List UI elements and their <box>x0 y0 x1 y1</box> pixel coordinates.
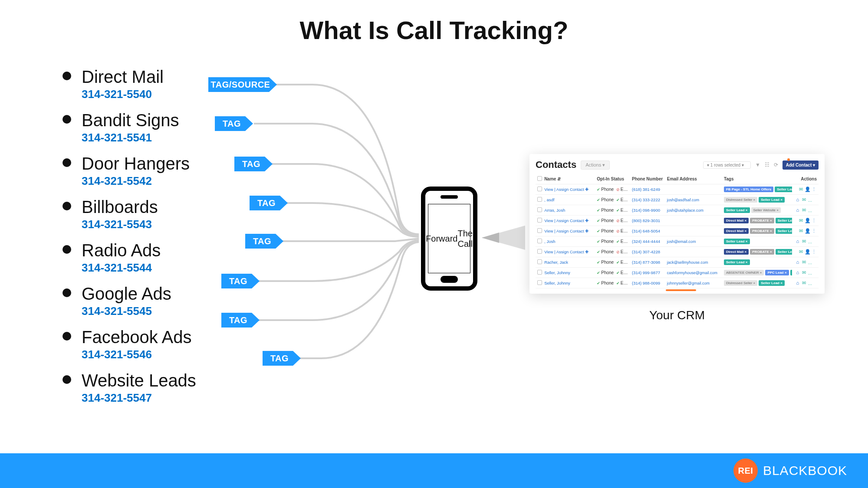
col-header[interactable]: Name ⇵ <box>542 174 595 184</box>
more-icon[interactable]: ⋮ <box>811 218 817 223</box>
contact-tag[interactable]: PPC Lead × <box>765 270 789 275</box>
row-checkbox[interactable] <box>536 195 542 205</box>
home-icon[interactable]: ⌂ <box>795 197 800 202</box>
col-header[interactable]: Email Address <box>665 174 722 184</box>
email-cell[interactable] <box>665 216 722 226</box>
row-checkbox[interactable] <box>536 184 542 195</box>
col-header[interactable]: Tags <box>722 174 792 184</box>
email-cell[interactable] <box>665 226 722 236</box>
home-icon[interactable]: ⌂ <box>795 207 800 213</box>
contact-tag[interactable]: Direct Mail × <box>724 249 749 255</box>
email-cell[interactable]: cashformyhouse@gmail.com <box>665 268 722 278</box>
phone-cell[interactable]: (314) 307-4228 <box>630 247 665 257</box>
col-header[interactable]: Phone Number <box>630 174 665 184</box>
phone-cell[interactable]: (324) 444-4444 <box>630 236 665 247</box>
email-cell[interactable]: josh@utahplace.com <box>665 205 722 216</box>
more-icon[interactable]: ⋮ <box>814 239 819 244</box>
contact-tag[interactable]: Seller Lead × <box>759 280 785 286</box>
phone-cell[interactable]: (314) 877-3098 <box>630 257 665 268</box>
contact-tag[interactable]: ABSENTEE OWNER × <box>724 270 764 275</box>
contact-name-cell[interactable]: Racher, Jack <box>542 257 595 268</box>
phone-cell[interactable]: (314) 333-2222 <box>630 195 665 205</box>
phone-cell[interactable]: (314) 098-9900 <box>630 205 665 216</box>
more-icon[interactable]: ⋮ <box>814 197 819 203</box>
contact-name-cell[interactable]: Seller, Johnny <box>542 268 595 278</box>
contact-tag[interactable]: Seller Website × <box>751 207 781 213</box>
contact-name-cell[interactable]: Arras, Josh <box>542 205 595 216</box>
col-header[interactable]: Opt-In Status <box>595 174 630 184</box>
contact-name-cell[interactable]: View | Assign Contact ✚ <box>542 226 595 236</box>
contact-tag[interactable]: Seller Lead × <box>776 249 792 255</box>
email-cell[interactable] <box>665 247 722 257</box>
chat-icon[interactable]: ✉ <box>801 239 807 244</box>
email-cell[interactable]: josh@email.com <box>665 236 722 247</box>
chat-icon[interactable]: ✉ <box>801 259 807 265</box>
contact-tag[interactable]: Distressed Seller × <box>724 280 757 286</box>
row-checkbox[interactable] <box>536 216 542 226</box>
crm-actions-button[interactable]: Actions ▾ <box>581 160 610 170</box>
contact-tag[interactable]: Direct Mail × <box>724 218 749 223</box>
refresh-icon[interactable]: ⟳ <box>774 162 778 168</box>
row-checkbox[interactable] <box>536 226 542 236</box>
phone-cell[interactable]: (800) 829-3031 <box>630 216 665 226</box>
contact-tag[interactable]: Seller Lead × <box>776 218 792 223</box>
contact-tag[interactable]: Seller Lead × <box>724 207 750 213</box>
col-header[interactable]: Actions <box>792 174 819 184</box>
chat-icon[interactable]: ✉ <box>801 197 807 203</box>
contact-tag[interactable]: PROBATE × <box>750 218 774 223</box>
phone-cell[interactable]: (314) 988-0099 <box>630 278 665 288</box>
row-checkbox[interactable] <box>536 247 542 257</box>
contact-tag[interactable]: Seller Lead × <box>790 270 792 275</box>
email-cell[interactable] <box>665 184 722 195</box>
user-icon[interactable]: 👤 <box>805 249 810 255</box>
email-cell[interactable]: jack@sellmyhouse.com <box>665 257 722 268</box>
email-cell[interactable]: johnnyseller@gmail.com <box>665 278 722 288</box>
chat-icon[interactable]: ✉ <box>798 249 804 255</box>
col-checkbox[interactable] <box>536 174 542 184</box>
more-icon[interactable]: ⋮ <box>811 249 817 255</box>
row-checkbox[interactable] <box>536 268 542 278</box>
contact-tag[interactable]: PROBATE × <box>750 249 774 255</box>
contact-name-cell[interactable]: Seller, Johnny <box>542 278 595 288</box>
filter-icon[interactable]: ▼ <box>755 162 760 168</box>
columns-icon[interactable]: ☷ <box>765 162 769 168</box>
chat-icon[interactable]: ✉ <box>798 218 804 223</box>
row-checkbox[interactable] <box>536 236 542 247</box>
user-icon[interactable]: 👤 <box>805 218 810 223</box>
more-icon[interactable]: ⋮ <box>814 280 819 286</box>
phone-cell[interactable]: (618) 381-6249 <box>630 184 665 195</box>
phone-cell[interactable]: (314) 648-5054 <box>630 226 665 236</box>
contact-tag[interactable]: Seller Lead × <box>724 259 750 265</box>
add-contact-button[interactable]: Add Contact ▾ <box>783 160 819 170</box>
phone-cell[interactable]: (314) 999-9877 <box>630 268 665 278</box>
more-icon[interactable]: ⋮ <box>814 207 819 213</box>
contact-tag[interactable]: Direct Mail × <box>724 228 749 234</box>
contact-tag[interactable]: Seller Lead × <box>775 187 792 192</box>
home-icon[interactable]: ⌂ <box>795 239 800 244</box>
contact-tag[interactable]: PROBATE × <box>750 228 774 234</box>
more-icon[interactable]: ⋮ <box>814 259 819 265</box>
contact-name-cell[interactable]: View | Assign Contact ✚ <box>542 184 595 195</box>
contact-name-cell[interactable]: View | Assign Contact ✚ <box>542 216 595 226</box>
chat-icon[interactable]: ✉ <box>801 207 807 213</box>
contact-tag[interactable]: Seller Lead × <box>776 228 792 234</box>
row-checkbox[interactable] <box>536 278 542 288</box>
contact-name-cell[interactable]: , asdf <box>542 195 595 205</box>
home-icon[interactable]: ⌂ <box>795 280 800 285</box>
home-icon[interactable]: ⌂ <box>795 259 800 265</box>
chat-icon[interactable]: ✉ <box>798 228 804 234</box>
contact-tag[interactable]: FB Page - STL Home Offers <box>724 187 773 192</box>
contact-name-cell[interactable]: View | Assign Contact ✚ <box>542 247 595 257</box>
row-checkbox[interactable] <box>536 257 542 268</box>
more-icon[interactable]: ⋮ <box>811 187 817 192</box>
contact-tag[interactable]: Seller Lead × <box>724 239 750 244</box>
contact-tag[interactable]: Seller Lead × <box>759 197 785 203</box>
user-icon[interactable]: 👤 <box>805 228 810 234</box>
crm-filter-select[interactable]: ▾ 1 rows selected ▾ <box>703 161 751 169</box>
user-icon[interactable]: 👤 <box>805 187 810 192</box>
home-icon[interactable]: ⌂ <box>795 270 800 275</box>
chat-icon[interactable]: ✉ <box>801 270 807 275</box>
chat-icon[interactable]: ✉ <box>801 280 807 286</box>
more-icon[interactable]: ⋮ <box>814 270 819 275</box>
contact-name-cell[interactable]: , Josh <box>542 236 595 247</box>
